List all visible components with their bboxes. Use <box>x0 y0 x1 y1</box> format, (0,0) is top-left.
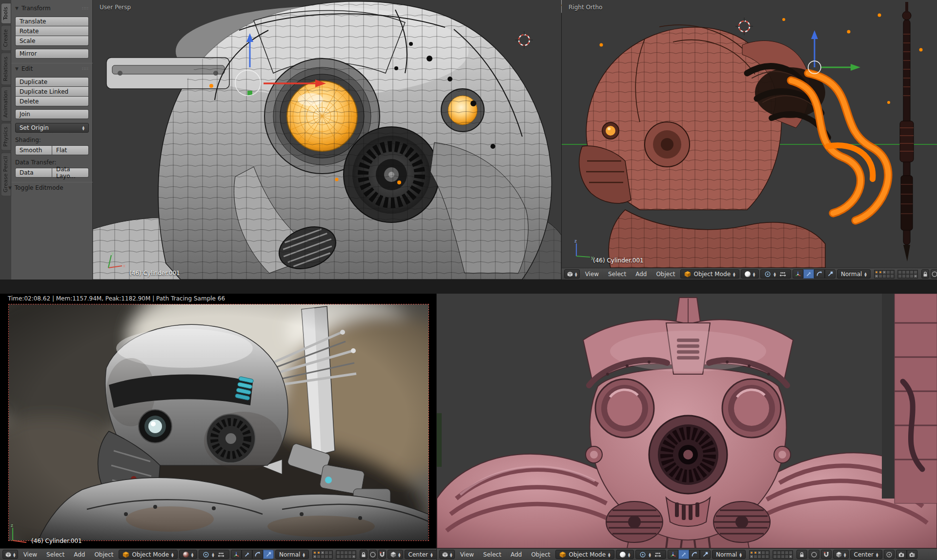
object-menu[interactable]: Object <box>527 550 554 559</box>
proportional-edit-button[interactable] <box>809 550 819 559</box>
mode-dropdown[interactable]: Object Mode ▲▼ <box>555 550 614 559</box>
viewport-bottom-left[interactable]: Time:02:08.62 | Mem:1157.94M, Peak:1182.… <box>0 294 436 560</box>
layers-grid[interactable] <box>874 270 918 279</box>
lock-to-scene-button[interactable] <box>921 269 929 279</box>
viewport-3d-canvas-solid[interactable] <box>437 294 937 548</box>
opengl-render-still-button[interactable] <box>896 550 907 559</box>
manipulator-scale-button[interactable] <box>700 550 711 559</box>
manipulator-translate-button[interactable] <box>678 550 689 559</box>
viewport-shading-icon <box>183 552 189 558</box>
tab-create[interactable]: Create <box>1 25 11 51</box>
select-menu[interactable]: Select <box>479 550 505 559</box>
panel-title: Edit <box>21 65 33 72</box>
chevron-updown-icon: ▲▼ <box>430 552 433 557</box>
manipulator-scale-button[interactable] <box>263 550 274 559</box>
manipulator-rotate-button[interactable] <box>252 550 263 559</box>
manipulator-rotate-button[interactable] <box>814 269 825 279</box>
viewport-top-left[interactable]: xy User Persp (46) Cylinder.001 Tools Cr… <box>0 0 561 280</box>
proportional-edit-button[interactable] <box>931 269 937 279</box>
orientation-dropdown[interactable]: Normal ▲▼ <box>712 550 746 559</box>
manipulator-translate-button[interactable] <box>242 550 252 559</box>
object-menu[interactable]: Object <box>652 270 679 279</box>
mode-dropdown[interactable]: Object Mode ▲▼ <box>680 269 739 279</box>
panel-header-edit[interactable]: ▼ Edit ∷∷ <box>15 63 89 74</box>
translate-arrow-icon <box>680 551 687 558</box>
translate-button[interactable]: Translate <box>15 17 89 26</box>
chevron-updown-icon: ▲▼ <box>303 552 305 557</box>
snap-toggle-button[interactable] <box>378 550 386 559</box>
pivot-point-dropdown[interactable]: ▲▼ <box>760 269 791 279</box>
duplicate-linked-button[interactable]: Duplicate Linked <box>15 87 89 97</box>
select-menu[interactable]: Select <box>42 550 68 559</box>
snap-element-dropdown[interactable]: ▲▼ <box>387 550 403 559</box>
shading-dropdown[interactable]: ▲▼ <box>741 269 759 279</box>
chevron-updown-icon: ▲▼ <box>774 272 776 277</box>
view-menu[interactable]: View <box>456 550 478 559</box>
opengl-render-anim-button[interactable] <box>907 550 917 559</box>
proportional-edit-button[interactable] <box>369 550 377 559</box>
set-origin-dropdown[interactable]: Set Origin ▲▼ <box>15 123 89 133</box>
viewport-3d-canvas-clay[interactable] <box>562 0 937 268</box>
panel-header-toggle-editmode[interactable]: ▼ Toggle Editmode <box>8 182 89 193</box>
data-layout-button[interactable]: Data Layo... <box>52 168 89 178</box>
manipulator-axes-button[interactable] <box>668 550 678 559</box>
delete-button[interactable]: Delete <box>15 97 89 106</box>
object-mode-cube-icon <box>684 271 691 278</box>
manipulator-scale-button[interactable] <box>825 269 835 279</box>
rotate-button[interactable]: Rotate <box>15 26 89 36</box>
snap-toggle-button[interactable] <box>821 550 832 559</box>
layers-grid[interactable] <box>749 550 793 559</box>
object-mode-cube-icon <box>559 551 566 558</box>
select-menu[interactable]: Select <box>604 270 630 279</box>
snap-target-dropdown[interactable]: Center ▲▼ <box>850 550 882 559</box>
object-menu[interactable]: Object <box>90 550 117 559</box>
manipulator-axes-button[interactable] <box>231 550 242 559</box>
editor-type-button[interactable]: ▲▼ <box>2 550 18 559</box>
smooth-button[interactable]: Smooth <box>15 145 52 155</box>
duplicate-button[interactable]: Duplicate <box>15 77 89 87</box>
flat-button[interactable]: Flat <box>52 145 89 155</box>
add-menu[interactable]: Add <box>631 270 651 279</box>
orientation-dropdown[interactable]: Normal ▲▼ <box>275 550 309 559</box>
tab-tools[interactable]: Tools <box>1 3 11 24</box>
manipulator-axes-button[interactable] <box>793 269 803 279</box>
mirror-button[interactable]: Mirror <box>15 49 89 59</box>
texture-paint-falloff-button[interactable] <box>884 550 895 559</box>
editor-type-button[interactable]: ▲▼ <box>564 269 580 279</box>
viewport-bottom-right[interactable]: ▲▼ View Select Add Object Object Mode ▲▼… <box>437 294 937 560</box>
mode-dropdown[interactable]: Object Mode ▲▼ <box>119 550 177 559</box>
chevron-updown-icon: ▲▼ <box>191 552 194 557</box>
orientation-dropdown[interactable]: Normal ▲▼ <box>837 269 871 279</box>
snap-target-dropdown[interactable]: Center ▲▼ <box>405 550 436 559</box>
robot-eye-right <box>722 379 781 438</box>
tab-relations[interactable]: Relations <box>1 53 11 85</box>
panel-drag-handle-icon[interactable]: ∷∷ <box>82 6 89 11</box>
data-button[interactable]: Data <box>15 168 52 178</box>
add-menu[interactable]: Add <box>70 550 89 559</box>
tab-physics[interactable]: Physics <box>1 123 11 151</box>
pivot-point-dropdown[interactable]: ▲▼ <box>199 550 229 559</box>
scale-button[interactable]: Scale <box>15 36 89 46</box>
manipulator-translate-button[interactable] <box>803 269 814 279</box>
tab-animation[interactable]: Animation <box>1 86 11 121</box>
join-button[interactable]: Join <box>15 109 89 119</box>
pivot-point-dropdown[interactable]: ▲▼ <box>635 550 666 559</box>
snap-element-dropdown[interactable]: ▲▼ <box>833 550 849 559</box>
panel-collapse-icon: ▼ <box>8 185 12 190</box>
panel-header-transform[interactable]: ▼ Transform ∷∷ <box>15 3 89 14</box>
add-menu[interactable]: Add <box>507 550 526 559</box>
editor-type-button[interactable]: ▲▼ <box>439 550 455 559</box>
view-menu[interactable]: View <box>20 550 41 559</box>
shading-dropdown[interactable]: ▲▼ <box>179 550 198 559</box>
snap-target-label: Center <box>408 551 428 558</box>
view-menu[interactable]: View <box>581 270 603 279</box>
shading-dropdown[interactable]: ▲▼ <box>616 550 634 559</box>
lock-to-scene-button[interactable] <box>796 550 807 559</box>
lock-to-scene-button[interactable] <box>360 550 367 559</box>
panel-drag-handle-icon[interactable]: ∷∷ <box>82 66 89 71</box>
camera-film-icon <box>909 551 916 558</box>
manipulator-rotate-button[interactable] <box>689 550 700 559</box>
layers-grid[interactable] <box>312 550 356 559</box>
viewport-3d-canvas-wireframe[interactable] <box>93 0 561 280</box>
viewport-top-right[interactable]: zy Right Ortho (46) Cylinder.001 ▲▼ View… <box>562 0 937 280</box>
